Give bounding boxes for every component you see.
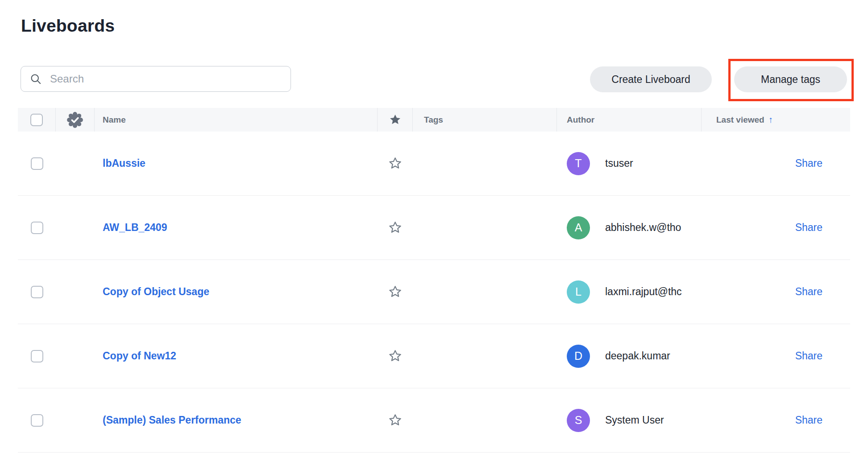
verified-badge-icon — [66, 111, 83, 128]
author-name: deepak.kumar — [605, 350, 670, 362]
table-row: Copy of New12 D deepak.kumar Share — [18, 324, 850, 388]
author-name: tsuser — [605, 157, 633, 169]
favorite-star-icon — [389, 114, 401, 126]
column-header-last-viewed[interactable]: Last viewed ↑ — [702, 108, 850, 132]
liveboards-page: Liveboards Create Liveboard Manage tags — [0, 0, 868, 457]
liveboard-name-link[interactable]: Copy of Object Usage — [103, 286, 209, 298]
search-icon — [30, 73, 42, 85]
row-star-icon[interactable] — [388, 221, 402, 235]
share-link[interactable]: Share — [795, 350, 822, 362]
share-link[interactable]: Share — [795, 286, 822, 298]
avatar: S — [567, 409, 590, 432]
create-liveboard-button[interactable]: Create Liveboard — [590, 66, 712, 92]
row-checkbox[interactable] — [31, 222, 43, 234]
column-header-tags[interactable]: Tags — [413, 108, 557, 132]
search-input[interactable] — [50, 73, 282, 85]
liveboard-name-link[interactable]: Copy of New12 — [103, 350, 176, 362]
row-star-icon[interactable] — [388, 285, 402, 299]
table-row: Copy of Object Usage L laxmi.rajput@thc … — [18, 260, 850, 324]
avatar: D — [567, 345, 590, 368]
row-checkbox[interactable] — [31, 350, 43, 362]
author-name: System User — [605, 414, 664, 426]
table-header: Name Tags Author Last viewed ↑ — [18, 108, 850, 132]
avatar: L — [567, 280, 590, 304]
avatar: T — [567, 152, 590, 175]
author-name: laxmi.rajput@thc — [605, 286, 682, 298]
liveboards-table: Name Tags Author Last viewed ↑ — [18, 108, 850, 453]
manage-tags-button[interactable]: Manage tags — [734, 66, 847, 92]
table-row: (Sample) Sales Performance S System User… — [18, 388, 850, 453]
search-box[interactable] — [21, 66, 291, 92]
row-checkbox[interactable] — [31, 414, 43, 427]
sort-arrow-icon: ↑ — [768, 115, 773, 125]
page-title: Liveboards — [21, 16, 115, 36]
avatar: A — [567, 216, 590, 239]
column-header-author[interactable]: Author — [557, 108, 702, 132]
share-link[interactable]: Share — [795, 414, 822, 426]
row-star-icon[interactable] — [388, 413, 402, 427]
liveboard-name-link[interactable]: lbAussie — [103, 157, 145, 169]
share-link[interactable]: Share — [795, 222, 822, 234]
share-link[interactable]: Share — [795, 157, 822, 169]
row-checkbox[interactable] — [31, 286, 43, 298]
column-header-favorite[interactable] — [378, 108, 413, 132]
row-star-icon[interactable] — [388, 349, 402, 363]
select-all-checkbox[interactable] — [30, 114, 43, 126]
column-header-name[interactable]: Name — [95, 108, 378, 132]
table-row: lbAussie T tsuser Share — [18, 132, 850, 196]
liveboard-name-link[interactable]: (Sample) Sales Performance — [103, 414, 241, 426]
table-row: AW_LB_2409 A abhishek.w@tho Share — [18, 196, 850, 260]
row-star-icon[interactable] — [388, 156, 402, 170]
row-checkbox[interactable] — [31, 157, 43, 170]
liveboard-name-link[interactable]: AW_LB_2409 — [103, 222, 167, 234]
author-name: abhishek.w@tho — [605, 222, 681, 234]
